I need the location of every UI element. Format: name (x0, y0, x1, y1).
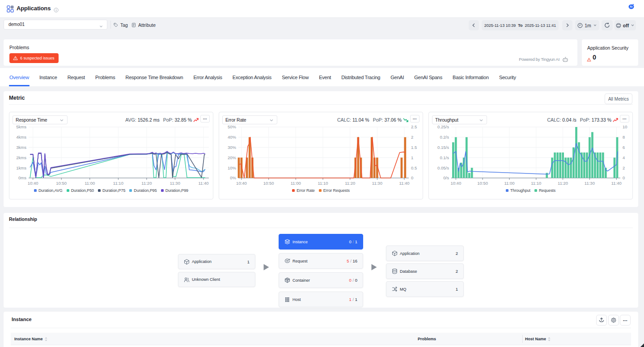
svg-text:0: 0 (623, 175, 625, 180)
svg-text:5kms: 5kms (16, 124, 26, 129)
svg-text:30%: 30% (228, 145, 237, 150)
svg-text:11:00: 11:00 (85, 181, 95, 186)
svg-text:0.25/s: 0.25/s (437, 124, 449, 129)
svg-text:11:10: 11:10 (318, 181, 328, 186)
svg-text:11:20: 11:20 (141, 181, 152, 186)
svg-text:0: 0 (411, 175, 413, 180)
svg-text:10:50: 10:50 (477, 181, 488, 186)
svg-text:10:40: 10:40 (450, 181, 461, 186)
svg-text:1: 1 (411, 155, 413, 160)
svg-text:10:40: 10:40 (236, 181, 247, 186)
svg-text:2: 2 (411, 135, 413, 140)
svg-text:50%: 50% (228, 124, 237, 129)
svg-text:1.5: 1.5 (411, 145, 417, 150)
svg-text:11:00: 11:00 (504, 181, 514, 186)
svg-text:11:30: 11:30 (170, 181, 180, 186)
svg-text:0/s: 0/s (443, 175, 449, 180)
svg-text:0.1/s: 0.1/s (440, 155, 449, 160)
svg-text:0ms: 0ms (18, 175, 26, 180)
svg-text:11:00: 11:00 (291, 181, 301, 186)
svg-text:0.2/s: 0.2/s (440, 135, 449, 140)
svg-text:10%: 10% (228, 165, 237, 170)
svg-text:0.15/s: 0.15/s (437, 145, 449, 150)
svg-text:11:40: 11:40 (611, 181, 622, 186)
svg-text:10:50: 10:50 (263, 181, 274, 186)
svg-text:2: 2 (623, 165, 625, 170)
svg-text:11:40: 11:40 (198, 181, 208, 186)
svg-text:10: 10 (623, 124, 627, 129)
svg-text:20%: 20% (228, 155, 237, 160)
svg-text:6: 6 (623, 145, 625, 150)
svg-text:11:30: 11:30 (585, 181, 595, 186)
svg-text:1kms: 1kms (16, 165, 26, 170)
svg-text:11:10: 11:10 (113, 181, 123, 186)
svg-text:0%: 0% (230, 175, 236, 180)
svg-text:2.5: 2.5 (411, 124, 417, 129)
svg-text:2kms: 2kms (16, 155, 26, 160)
svg-text:11:10: 11:10 (531, 181, 541, 186)
svg-text:40%: 40% (228, 135, 237, 140)
svg-text:11:20: 11:20 (558, 181, 568, 186)
svg-text:11:30: 11:30 (372, 181, 382, 186)
svg-text:0.05/s: 0.05/s (437, 165, 449, 170)
svg-text:0.5: 0.5 (411, 165, 417, 170)
svg-text:8: 8 (623, 135, 625, 140)
svg-text:3kms: 3kms (16, 145, 26, 150)
svg-text:10:50: 10:50 (56, 181, 67, 186)
svg-text:11:40: 11:40 (399, 181, 409, 186)
svg-text:4kms: 4kms (16, 135, 26, 140)
svg-text:4: 4 (623, 155, 625, 160)
svg-text:11:20: 11:20 (345, 181, 355, 186)
svg-text:10:40: 10:40 (28, 181, 38, 186)
